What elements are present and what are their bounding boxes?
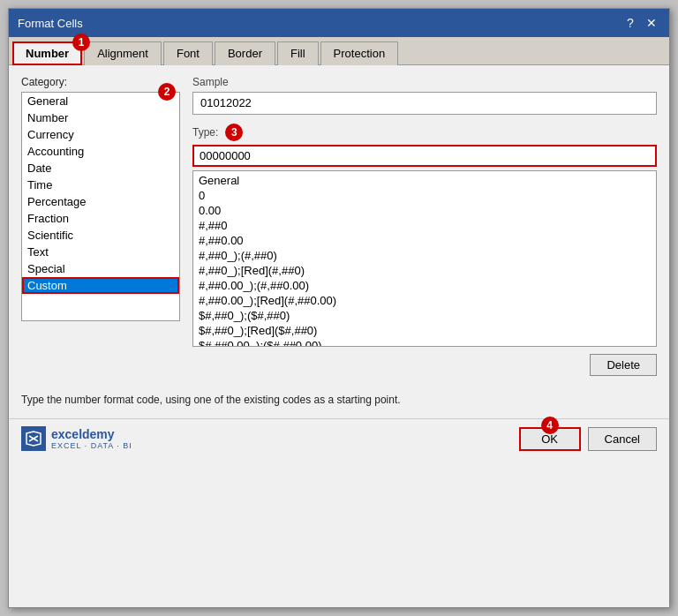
badge-4: 4: [541, 417, 559, 434]
tab-number[interactable]: Number 1: [12, 41, 82, 65]
tab-font[interactable]: Font: [163, 41, 213, 65]
format-dollar0-red[interactable]: $#,##0_);[Red]($#,##0): [193, 323, 656, 338]
category-custom[interactable]: Custom: [22, 277, 179, 294]
category-scientific[interactable]: Scientific: [22, 227, 179, 244]
category-general[interactable]: General: [22, 93, 179, 109]
dialog-title: Format Cells: [18, 17, 83, 30]
category-date[interactable]: Date: [22, 160, 179, 177]
format-hash0[interactable]: #,##0: [193, 218, 656, 233]
badge-1: 1: [72, 34, 90, 51]
title-bar-controls: ? ✕: [622, 14, 660, 32]
format-dollar0.00[interactable]: $#,##0.00_);($#,##0.00): [193, 338, 656, 346]
type-row: Type: 3: [192, 124, 657, 141]
delete-row: Delete: [192, 354, 657, 376]
logo-icon: [21, 426, 46, 451]
brand-sub: EXCEL · DATA · BI: [51, 441, 132, 450]
format-hash0.00-paren[interactable]: #,##0.00_);(#,##0.00): [193, 278, 656, 293]
format-hash0-red[interactable]: #,##0_);[Red](#,##0): [193, 263, 656, 278]
close-button[interactable]: ✕: [643, 14, 660, 32]
hint-text: Type the number format code, using one o…: [9, 387, 669, 409]
bottom-bar: exceldemy EXCEL · DATA · BI 4 OK Cancel: [9, 418, 669, 458]
ok-cancel-row: 4 OK Cancel: [519, 427, 657, 451]
category-list-wrapper: General Number Currency Accounting Date …: [21, 92, 180, 321]
title-bar: Format Cells ? ✕: [9, 9, 669, 37]
category-special[interactable]: Special: [22, 260, 179, 277]
category-currency[interactable]: Currency: [22, 126, 179, 143]
format-list: General 0 0.00 #,##0 #,##0.00 #,##0_);(#…: [193, 171, 656, 346]
delete-button[interactable]: Delete: [590, 354, 657, 376]
left-panel: Category: General Number Currency Accoun…: [21, 76, 180, 376]
badge-2-container: 2: [158, 83, 176, 101]
format-dollar0[interactable]: $#,##0_);($#,##0): [193, 308, 656, 323]
category-list: General Number Currency Accounting Date …: [22, 93, 179, 320]
format-general[interactable]: General: [193, 173, 656, 188]
type-label: Type:: [192, 126, 218, 139]
format-list-wrapper: General 0 0.00 #,##0 #,##0.00 #,##0_);(#…: [192, 170, 657, 347]
main-content: Category: General Number Currency Accoun…: [9, 65, 669, 387]
help-button[interactable]: ?: [622, 14, 639, 32]
right-panel: Sample 01012022 Type: 3 General 0 0.00 #…: [192, 76, 657, 376]
format-hash0.00-red[interactable]: #,##0.00_);[Red](#,##0.00): [193, 293, 656, 308]
ok-wrapper: 4 OK: [519, 427, 581, 451]
tab-border[interactable]: Border: [215, 41, 275, 65]
tab-alignment[interactable]: Alignment: [84, 41, 162, 65]
format-hash0-paren[interactable]: #,##0_);(#,##0): [193, 248, 656, 263]
format-0.00[interactable]: 0.00: [193, 203, 656, 218]
tab-protection[interactable]: Protection: [320, 41, 399, 65]
category-text[interactable]: Text: [22, 244, 179, 260]
brand-logo: exceldemy EXCEL · DATA · BI: [21, 426, 132, 451]
cancel-button[interactable]: Cancel: [588, 427, 657, 451]
category-label: Category:: [21, 76, 180, 88]
type-input[interactable]: [192, 145, 657, 167]
category-number[interactable]: Number: [22, 109, 179, 126]
category-percentage[interactable]: Percentage: [22, 193, 179, 210]
brand-text: exceldemy EXCEL · DATA · BI: [51, 427, 132, 450]
tab-fill[interactable]: Fill: [277, 41, 319, 65]
format-cells-dialog: Format Cells ? ✕ Number 1 Alignment Font…: [8, 8, 670, 608]
sample-label: Sample: [192, 76, 657, 88]
category-accounting[interactable]: Accounting: [22, 143, 179, 160]
format-0[interactable]: 0: [193, 188, 656, 203]
badge-2: 2: [158, 83, 176, 101]
format-hash0.00[interactable]: #,##0.00: [193, 233, 656, 248]
badge-3: 3: [225, 124, 243, 141]
category-fraction[interactable]: Fraction: [22, 210, 179, 227]
sample-box: 01012022: [192, 92, 657, 115]
brand-name: exceldemy: [51, 427, 132, 441]
category-time[interactable]: Time: [22, 177, 179, 193]
tab-bar: Number 1 Alignment Font Border Fill Prot…: [9, 37, 669, 65]
